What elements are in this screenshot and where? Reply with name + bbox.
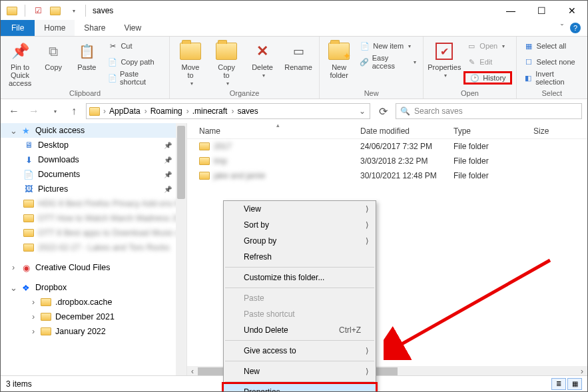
copy-to-button[interactable]: Copy to — [210, 38, 243, 87]
group-label-clipboard: Clipboard — [5, 88, 165, 98]
pin-to-quick-access-button[interactable]: 📌 Pin to Quick access — [5, 38, 35, 87]
paste-icon: 📋 — [76, 41, 97, 62]
history-button[interactable]: 🕑History — [463, 71, 511, 85]
tree-downloads[interactable]: ⬇Downloads — [1, 152, 186, 167]
invert-selection-button[interactable]: ◧Invert selection — [521, 71, 583, 85]
tab-home[interactable]: Home — [35, 20, 75, 36]
tree-pictures[interactable]: 🖼Pictures — [1, 182, 186, 196]
downloads-icon: ⬇ — [23, 154, 34, 165]
ctx-sort[interactable]: Sort by — [224, 217, 376, 233]
address-folder-icon — [89, 107, 100, 116]
forward-button[interactable]: → — [26, 103, 42, 119]
select-none-button[interactable]: ☐Select none — [521, 55, 583, 69]
star-icon: ★ — [21, 125, 31, 136]
dropbox-icon: ❖ — [21, 282, 31, 293]
ctx-new[interactable]: New — [224, 363, 376, 379]
tree-scrollbar[interactable] — [176, 123, 186, 377]
tree-desktop[interactable]: 🖥Desktop — [1, 138, 186, 152]
tree-dbcache[interactable]: ›.dropbox.cache — [1, 295, 186, 309]
column-size[interactable]: Size — [533, 126, 567, 136]
context-menu: View Sort by Group by Refresh Customize … — [223, 200, 376, 392]
select-all-button[interactable]: ▦Select all — [521, 39, 583, 53]
tree-pinned-4[interactable]: 2022-02-27 - Lakes and Tors Rocks — [1, 240, 186, 255]
tree-jan2022[interactable]: ›January 2022 — [1, 324, 186, 339]
copy-path-button[interactable]: 📄Copy path — [105, 55, 165, 69]
up-button[interactable]: ↑ — [66, 103, 82, 119]
ctx-customize[interactable]: Customize this folder... — [224, 270, 376, 286]
copy-to-icon — [216, 41, 237, 62]
close-button[interactable]: ✕ — [557, 1, 587, 21]
file-row[interactable]: tmp 3/03/2018 2:32 PM File folder — [187, 154, 587, 168]
crumb-minecraft[interactable]: .minecraft› — [192, 106, 236, 116]
tree-documents[interactable]: 📄Documents — [1, 167, 186, 182]
tab-share[interactable]: Share — [75, 20, 115, 36]
new-item-icon: 📄 — [360, 41, 370, 51]
help-icon[interactable]: ? — [570, 23, 581, 33]
search-icon: 🔍 — [400, 106, 410, 116]
open-icon: ▭ — [466, 41, 477, 51]
new-folder-button[interactable]: New folder — [324, 38, 354, 79]
qat-folder-icon[interactable] — [5, 3, 19, 18]
column-date[interactable]: Date modified — [360, 126, 453, 136]
crumb-roaming[interactable]: Roaming› — [150, 106, 191, 116]
file-row[interactable]: jake and jamie 30/10/2021 12:48 PM File … — [187, 168, 587, 183]
tree-dec2021[interactable]: ›December 2021 — [1, 309, 186, 324]
column-name[interactable]: Name — [187, 126, 360, 136]
new-item-button[interactable]: 📄New item — [357, 39, 419, 53]
copy-button[interactable]: ⧉ Copy — [38, 38, 69, 71]
ctx-give-access[interactable]: Give access to — [224, 343, 376, 359]
ctx-refresh[interactable]: Refresh — [224, 249, 376, 265]
tab-file[interactable]: File — [1, 20, 35, 36]
qat-newfolder-icon[interactable] — [48, 3, 63, 18]
open-button[interactable]: ▭Open — [463, 39, 511, 53]
refresh-button[interactable]: ⟳ — [374, 103, 392, 119]
tree-pinned-3[interactable]: OTT 8 Best apps to Download Music on — [1, 226, 186, 240]
recent-locations-button[interactable] — [46, 103, 62, 119]
back-button[interactable]: ← — [6, 103, 22, 119]
tree-pinned-2[interactable]: OTT How to Watch March Madness 202 — [1, 211, 186, 226]
address-bar[interactable]: › AppData› Roaming› .minecraft› saves ⌄ — [86, 103, 370, 119]
tree-creative-cloud[interactable]: ›◉Creative Cloud Files — [1, 260, 186, 275]
ctx-view[interactable]: View — [224, 201, 376, 217]
ctx-properties[interactable]: Properties — [224, 384, 376, 392]
address-dropdown-icon[interactable]: ⌄ — [359, 106, 370, 116]
invert-selection-icon: ◧ — [523, 73, 533, 83]
paste-button[interactable]: 📋 Paste — [71, 38, 102, 71]
ctx-group[interactable]: Group by — [224, 233, 376, 249]
easy-access-button[interactable]: 🔗Easy access — [357, 55, 419, 69]
qat-customize-dropdown[interactable] — [65, 3, 80, 18]
history-icon: 🕑 — [469, 73, 480, 83]
paste-shortcut-button[interactable]: 📄Paste shortcut — [105, 71, 165, 85]
properties-button[interactable]: ✔ Properties — [428, 38, 461, 79]
pictures-icon: 🖼 — [23, 184, 34, 194]
maximize-button[interactable]: ☐ — [526, 1, 557, 21]
move-to-icon — [180, 41, 201, 62]
crumb-appdata[interactable]: AppData› — [109, 106, 149, 116]
tree-pinned-1[interactable]: HDG 8 Best Firefox Privacy Add-ons for — [1, 196, 186, 211]
ctx-undo[interactable]: Undo DeleteCtrl+Z — [224, 322, 376, 338]
select-all-icon: ▦ — [523, 41, 534, 51]
cc-icon: ◉ — [21, 262, 31, 273]
crumb-saves[interactable]: saves — [237, 106, 258, 116]
column-type[interactable]: Type — [453, 126, 533, 136]
tree-dropbox[interactable]: ⌄❖Dropbox — [1, 280, 186, 295]
move-to-button[interactable]: Move to — [174, 38, 207, 87]
tab-view[interactable]: View — [115, 20, 150, 36]
easy-access-icon: 🔗 — [360, 57, 369, 67]
cut-button[interactable]: ✂Cut — [105, 39, 165, 53]
edit-button[interactable]: ✎Edit — [463, 55, 511, 69]
cut-icon: ✂ — [107, 41, 118, 51]
rename-button[interactable]: ▭ Rename — [282, 38, 315, 71]
qat-properties-icon[interactable]: ☑ — [31, 3, 45, 18]
folder-icon — [199, 157, 210, 165]
navigation-tree[interactable]: ⌄★Quick access 🖥Desktop ⬇Downloads 📄Docu… — [1, 123, 187, 377]
view-large-button[interactable]: ▦ — [567, 378, 582, 390]
minimize-button[interactable]: — — [495, 1, 526, 21]
ribbon-collapse-icon[interactable]: ˇ — [561, 23, 563, 33]
delete-button[interactable]: ✕ Delete — [246, 38, 279, 79]
view-details-button[interactable]: ≣ — [551, 378, 566, 390]
search-box[interactable]: 🔍 Search saves — [396, 103, 582, 119]
tree-quick-access[interactable]: ⌄★Quick access — [1, 123, 186, 138]
file-row[interactable]: 2017 24/06/2017 7:32 PM File folder — [187, 139, 587, 154]
delete-icon: ✕ — [252, 41, 273, 62]
